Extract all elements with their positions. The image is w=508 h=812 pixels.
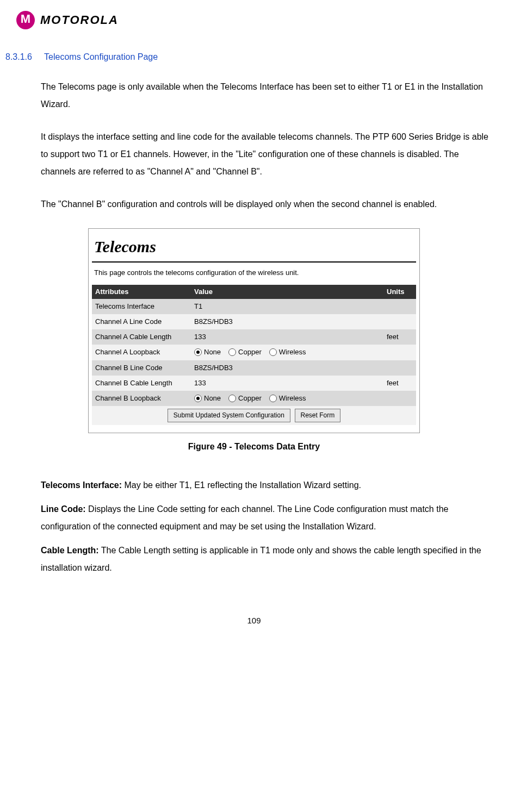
table-row: Channel A Loopback None Copper Wireless [92, 345, 416, 360]
radio-icon [228, 395, 236, 402]
motorola-emblem-icon [16, 11, 35, 29]
radio-label: Wireless [279, 347, 306, 357]
units-cell: feet [383, 329, 416, 345]
radio-icon [194, 395, 202, 402]
definition-telecoms-interface: Telecoms Interface: May be either T1, E1… [41, 477, 489, 494]
radio-icon [228, 348, 236, 356]
attr-cell: Channel B Cable Length [92, 376, 191, 391]
table-row: Telecoms Interface T1 [92, 299, 416, 314]
body-paragraph: The "Channel B" configuration and contro… [41, 196, 489, 213]
col-attributes: Attributes [92, 285, 191, 299]
reset-button[interactable]: Reset Form [295, 409, 341, 422]
value-cell: None Copper Wireless [191, 345, 383, 360]
radio-copper[interactable]: Copper [228, 393, 262, 403]
radio-copper[interactable]: Copper [228, 347, 262, 357]
definition-term: Line Code: [41, 504, 86, 514]
figure-screenshot: Telecoms This page controls the telecoms… [88, 228, 420, 433]
radio-label: Copper [238, 347, 262, 357]
radio-label: Wireless [279, 393, 306, 403]
attr-cell: Telecoms Interface [92, 299, 191, 314]
col-value: Value [191, 285, 383, 299]
table-header-row: Attributes Value Units [92, 285, 416, 299]
section-heading: 8.3.1.6 Telecoms Configuration Page [5, 51, 492, 63]
radio-wireless[interactable]: Wireless [269, 347, 306, 357]
radio-label: None [204, 347, 221, 357]
attr-cell: Channel B Line Code [92, 360, 191, 376]
section-number: 8.3.1.6 [5, 52, 32, 61]
table-row: Channel A Line Code B8ZS/HDB3 [92, 314, 416, 329]
header-logo: MOTOROLA [16, 11, 492, 29]
radio-icon [269, 348, 277, 356]
value-cell: B8ZS/HDB3 [191, 314, 383, 329]
attr-cell: Channel A Line Code [92, 314, 191, 329]
loopback-b-radios: None Copper Wireless [194, 393, 380, 403]
submit-button[interactable]: Submit Updated System Configuration [168, 409, 290, 422]
radio-icon [269, 395, 277, 402]
col-units: Units [383, 285, 416, 299]
radio-none[interactable]: None [194, 393, 221, 403]
figure-caption: Figure 49 - Telecoms Data Entry [16, 441, 492, 453]
definition-term: Cable Length: [41, 546, 99, 555]
attr-cell: Channel B Loopback [92, 391, 191, 406]
table-row: Channel B Loopback None Copper Wireless [92, 391, 416, 406]
motorola-wordmark: MOTOROLA [40, 12, 119, 29]
table-row: Channel B Cable Length 133 feet [92, 376, 416, 391]
definition-line-code: Line Code: Displays the Line Code settin… [41, 501, 489, 535]
config-table: Attributes Value Units Telecoms Interfac… [92, 285, 416, 425]
radio-label: None [204, 393, 221, 403]
attr-cell: Channel A Cable Length [92, 329, 191, 345]
page-number: 109 [16, 615, 492, 626]
loopback-a-radios: None Copper Wireless [194, 347, 380, 357]
value-cell: 133 [191, 329, 383, 345]
attr-cell: Channel A Loopback [92, 345, 191, 360]
button-row: Submit Updated System Configuration Rese… [92, 406, 416, 425]
radio-none[interactable]: None [194, 347, 221, 357]
definition-cable-length: Cable Length: The Cable Length setting i… [41, 542, 489, 577]
table-row: Channel B Line Code B8ZS/HDB3 [92, 360, 416, 376]
radio-wireless[interactable]: Wireless [269, 393, 306, 403]
value-cell: None Copper Wireless [191, 391, 383, 406]
definition-text: Displays the Line Code setting for each … [41, 504, 448, 531]
definition-text: The Cable Length setting is applicable i… [41, 546, 481, 572]
radio-icon [194, 348, 202, 356]
figure-description: This page controls the telecoms configur… [92, 266, 416, 284]
value-cell: B8ZS/HDB3 [191, 360, 383, 376]
units-cell [383, 391, 416, 406]
units-cell: feet [383, 376, 416, 391]
figure-title: Telecoms [92, 233, 416, 263]
units-cell [383, 345, 416, 360]
radio-label: Copper [238, 393, 262, 403]
units-cell [383, 360, 416, 376]
definition-term: Telecoms Interface: [41, 480, 122, 490]
units-cell [383, 314, 416, 329]
units-cell [383, 299, 416, 314]
value-cell: T1 [191, 299, 383, 314]
body-paragraph: It displays the interface setting and li… [41, 128, 489, 180]
table-row: Channel A Cable Length 133 feet [92, 329, 416, 345]
definition-text: May be either T1, E1 reflecting the Inst… [122, 480, 361, 490]
body-paragraph: The Telecoms page is only available when… [41, 78, 489, 113]
value-cell: 133 [191, 376, 383, 391]
section-title: Telecoms Configuration Page [44, 52, 158, 61]
